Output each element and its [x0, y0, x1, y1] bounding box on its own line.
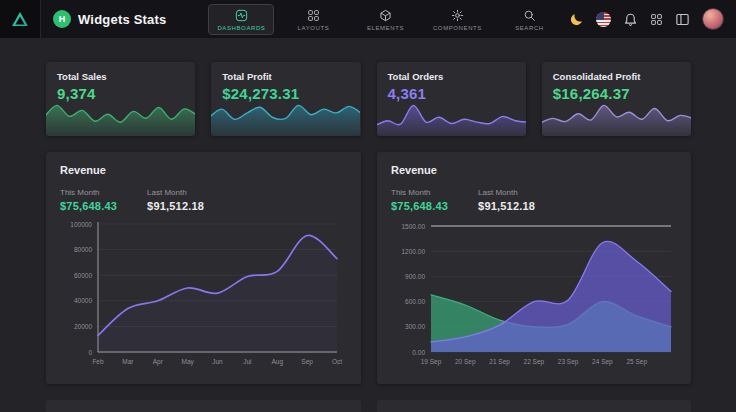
nav-label: ELEMENTS: [367, 25, 404, 31]
svg-text:20000: 20000: [74, 323, 92, 330]
svg-text:Oct: Oct: [332, 358, 342, 365]
topbar-actions: [569, 8, 736, 30]
stat-card-title: Consolidated Profit: [553, 71, 691, 82]
svg-text:1500.00: 1500.00: [402, 223, 426, 230]
svg-text:Mar: Mar: [122, 358, 134, 365]
moon-icon[interactable]: [569, 12, 584, 27]
topbar-divider: [40, 0, 41, 38]
sparkline-chart: [211, 100, 360, 136]
svg-text:100000: 100000: [70, 221, 92, 228]
charts-row: Revenue This Month $75,648.43 Last Month…: [46, 152, 691, 384]
nav-item-layouts[interactable]: LAYOUTS: [280, 4, 346, 35]
last-month-value: $91,512.18: [147, 200, 204, 212]
revenue-line-chart: 020000400006000080000100000FebMarAprMayJ…: [60, 216, 347, 368]
apps-grid-icon[interactable]: [650, 13, 663, 26]
nav-item-search[interactable]: SEARCH: [496, 4, 562, 35]
svg-text:23 Sep: 23 Sep: [558, 358, 579, 366]
last-month-label: Last Month: [478, 188, 535, 197]
main-nav: DASHBOARDS LAYOUTS ELEMENTS: [208, 4, 562, 35]
sidebar-toggle-icon[interactable]: [675, 12, 690, 27]
nav-label: DASHBOARDS: [217, 25, 265, 31]
svg-text:Aug: Aug: [271, 358, 283, 366]
stat-card-title: Total Orders: [388, 71, 526, 82]
svg-text:Feb: Feb: [92, 358, 104, 365]
kpi-this-month: This Month $75,648.43: [391, 188, 448, 212]
partial-card: [46, 400, 361, 412]
svg-text:0.00: 0.00: [412, 349, 425, 356]
bell-icon[interactable]: [623, 12, 638, 27]
this-month-value: $75,648.43: [60, 200, 117, 212]
svg-text:1200.00: 1200.00: [402, 248, 426, 255]
kpi-last-month: Last Month $91,512.18: [478, 188, 535, 212]
svg-text:22 Sep: 22 Sep: [524, 358, 545, 366]
svg-text:20 Sep: 20 Sep: [455, 358, 476, 366]
panel-title: Revenue: [391, 164, 677, 176]
user-avatar[interactable]: [702, 8, 724, 30]
revenue-area-card: Revenue This Month $75,648.43 Last Month…: [377, 152, 691, 384]
svg-text:May: May: [181, 358, 194, 366]
svg-text:Jul: Jul: [243, 358, 252, 365]
panel-title: Revenue: [60, 164, 347, 176]
search-icon: [523, 9, 536, 22]
svg-text:80000: 80000: [74, 246, 92, 253]
svg-text:600.00: 600.00: [405, 298, 425, 305]
kpi-this-month: This Month $75,648.43: [60, 188, 117, 212]
svg-text:24 Sep: 24 Sep: [592, 358, 613, 366]
brand[interactable]: H Widgets Stats: [53, 10, 166, 28]
nav-label: LAYOUTS: [298, 25, 330, 31]
stat-card-title: Total Sales: [57, 71, 195, 82]
stat-card-total-profit: Total Profit $24,273.31: [211, 62, 360, 136]
brand-title: Widgets Stats: [78, 12, 166, 27]
top-navigation-bar: H Widgets Stats DASHBOARDS LAYOUTS: [0, 0, 736, 38]
this-month-label: This Month: [391, 188, 448, 197]
next-row-partial: [46, 400, 691, 412]
sparkline-chart: [46, 100, 195, 136]
svg-text:Apr: Apr: [153, 358, 164, 366]
revenue-line-card: Revenue This Month $75,648.43 Last Month…: [46, 152, 361, 384]
us-flag-icon[interactable]: [596, 12, 611, 27]
this-month-value: $75,648.43: [391, 200, 448, 212]
nav-item-components[interactable]: COMPONENTS: [424, 4, 490, 35]
this-month-label: This Month: [60, 188, 117, 197]
svg-text:900.00: 900.00: [405, 273, 425, 280]
app-logo[interactable]: [0, 0, 40, 38]
layout-grid-icon: [307, 9, 320, 22]
nav-label: COMPONENTS: [433, 25, 482, 31]
partial-card: [377, 400, 692, 412]
stat-card-total-orders: Total Orders 4,361: [377, 62, 526, 136]
last-month-label: Last Month: [147, 188, 204, 197]
sparkline-chart: [542, 100, 691, 136]
nav-label: SEARCH: [515, 25, 544, 31]
kpi-row: This Month $75,648.43 Last Month $91,512…: [391, 188, 677, 212]
sparkline-chart: [377, 100, 526, 136]
svg-text:0: 0: [88, 349, 92, 356]
svg-text:19 Sep: 19 Sep: [421, 358, 442, 366]
gear-icon: [451, 9, 464, 22]
svg-text:300.00: 300.00: [405, 323, 425, 330]
stat-card-title: Total Profit: [222, 71, 360, 82]
svg-text:21 Sep: 21 Sep: [489, 358, 510, 366]
main-content: Total Sales 9,374 Total Profit $24,273.3…: [0, 38, 736, 412]
stats-row: Total Sales 9,374 Total Profit $24,273.3…: [46, 62, 691, 136]
revenue-area-chart: 0.00300.00600.00900.001200.001500.0019 S…: [391, 216, 677, 368]
kpi-row: This Month $75,648.43 Last Month $91,512…: [60, 188, 347, 212]
last-month-value: $91,512.18: [478, 200, 535, 212]
activity-icon: [235, 9, 248, 22]
stat-card-consolidated-profit: Consolidated Profit $16,264.37: [542, 62, 691, 136]
brand-badge: H: [53, 10, 71, 28]
nav-item-elements[interactable]: ELEMENTS: [352, 4, 418, 35]
svg-text:Jun: Jun: [212, 358, 223, 365]
svg-text:40000: 40000: [74, 297, 92, 304]
nav-item-dashboards[interactable]: DASHBOARDS: [208, 4, 274, 35]
flag-canton: [596, 12, 604, 20]
stat-card-total-sales: Total Sales 9,374: [46, 62, 195, 136]
package-icon: [379, 9, 392, 22]
svg-text:Sep: Sep: [301, 358, 313, 366]
kpi-last-month: Last Month $91,512.18: [147, 188, 204, 212]
triangle-logo-icon: [10, 9, 30, 29]
svg-text:60000: 60000: [74, 272, 92, 279]
svg-text:25 Sep: 25 Sep: [626, 358, 647, 366]
